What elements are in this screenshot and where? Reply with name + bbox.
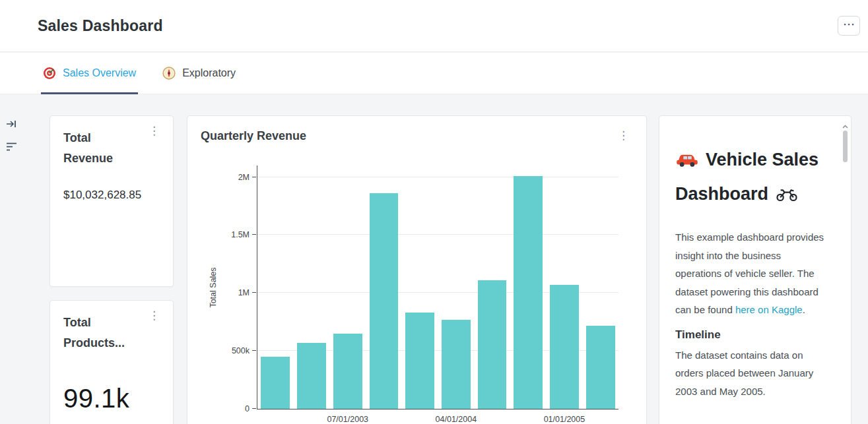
x-tick-label: 01/01/2005 xyxy=(544,415,585,424)
y-tick-mark xyxy=(252,292,256,293)
y-tick-mark xyxy=(252,234,256,235)
gridline xyxy=(257,234,618,235)
y-tick-mark xyxy=(252,177,256,177)
y-tick-label: 1M xyxy=(215,288,250,298)
bar-10/01/2003[interactable] xyxy=(370,193,399,409)
info-text: . xyxy=(803,304,805,315)
kebab-menu-icon[interactable]: ⋮ xyxy=(149,309,160,322)
card-title: Total Revenue xyxy=(63,128,141,169)
tab-sales-overview[interactable]: Sales Overview xyxy=(41,53,138,94)
total-products-value: 99.1k xyxy=(63,384,160,413)
collapse-right-icon[interactable] xyxy=(6,119,17,129)
kaggle-link[interactable]: here on Kaggle xyxy=(735,304,803,315)
scrollbar-thumb[interactable] xyxy=(843,131,848,162)
kebab-menu-icon[interactable]: ⋮ xyxy=(618,129,629,142)
bar-10/01/2004[interactable] xyxy=(514,176,543,409)
card-title: Total Products... xyxy=(63,313,141,353)
x-tick-label: 07/01/2003 xyxy=(327,415,368,424)
timeline-paragraph: The dataset contains data on orders plac… xyxy=(675,346,827,401)
bar-04/01/2005[interactable] xyxy=(586,326,615,409)
x-tick-label: 04/01/2004 xyxy=(436,415,477,424)
y-tick-mark xyxy=(252,350,256,351)
tab-label: Sales Overview xyxy=(63,67,136,79)
bar-07/01/2003[interactable] xyxy=(333,334,362,409)
bar-01/01/2005[interactable] xyxy=(550,285,579,409)
info-panel-title: Vehicle Sales Dashboard xyxy=(675,144,832,212)
chart-title: Quarterly Revenue xyxy=(201,129,306,143)
total-revenue-card: Total Revenue ⋮ $10,032,628.85 xyxy=(50,115,174,287)
bar-01/01/2003[interactable] xyxy=(261,357,290,409)
y-tick-label: 1.5M xyxy=(215,229,250,240)
tab-underline xyxy=(160,92,238,94)
info-panel-paragraph: This example dashboard provides insight … xyxy=(675,228,827,319)
y-tick-mark xyxy=(252,408,256,409)
y-tick-label: 2M xyxy=(215,172,250,183)
quarterly-revenue-card: Quarterly Revenue ⋮ Total Sales 0500k1M1… xyxy=(187,115,647,424)
header-menu-button[interactable]: ⋯ xyxy=(838,16,860,36)
info-text: This example dashboard provides insight … xyxy=(675,231,824,315)
bar-01/01/2004[interactable] xyxy=(405,313,434,409)
page: { "header": { "title": "Sales Dashboard"… xyxy=(0,0,868,424)
tab-label: Exploratory xyxy=(182,67,236,79)
total-revenue-value: $10,032,628.85 xyxy=(63,189,160,202)
gridline xyxy=(257,177,618,177)
bar-chart-plot: 0500k1M1.5M2M07/01/200304/01/200401/01/2… xyxy=(257,166,618,409)
y-tick-label: 500k xyxy=(215,346,250,356)
total-products-card: Total Products... ⋮ 99.1k xyxy=(50,300,174,424)
dartboard-icon xyxy=(43,67,56,80)
bar-04/01/2003[interactable] xyxy=(297,343,326,409)
tab-exploratory[interactable]: Exploratory xyxy=(160,53,238,94)
car-icon xyxy=(675,146,699,178)
kebab-menu-icon[interactable]: ⋮ xyxy=(149,125,160,138)
active-tab-underline xyxy=(41,92,138,94)
y-tick-label: 0 xyxy=(215,404,250,414)
bar-07/01/2004[interactable] xyxy=(478,280,507,409)
timeline-heading: Timeline xyxy=(675,328,835,342)
bar-04/01/2004[interactable] xyxy=(442,320,471,409)
compass-icon xyxy=(162,67,176,80)
scroll-up-icon[interactable] xyxy=(842,119,848,131)
filter-icon[interactable] xyxy=(6,142,17,152)
motorcycle-icon xyxy=(775,180,799,212)
app-header: Sales Dashboard ⋯ xyxy=(0,0,868,52)
page-title: Sales Dashboard xyxy=(38,17,163,35)
tab-bar: Sales Overview Exploratory xyxy=(0,53,868,94)
info-panel-card: Vehicle Sales Dashboard This example das… xyxy=(659,115,851,424)
